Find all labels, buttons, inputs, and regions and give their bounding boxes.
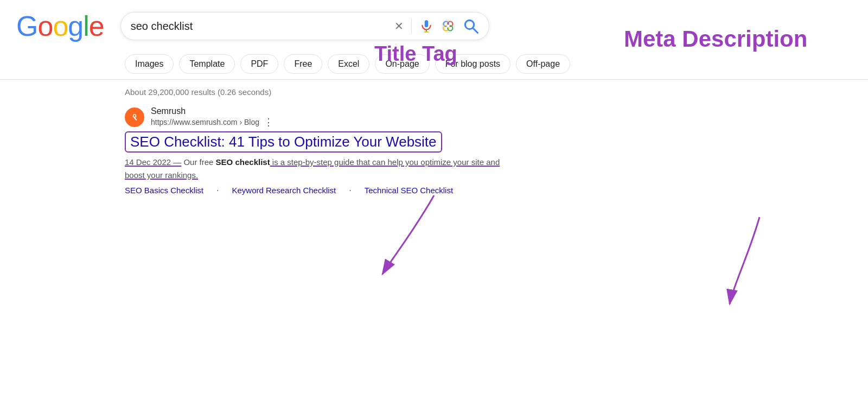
chip-excel[interactable]: Excel [328, 54, 369, 74]
result-card: Semrush https://www.semrush.com › Blog ⋮… [125, 106, 515, 195]
result-desc-main: is a step-by-step guide that can help yo… [125, 157, 500, 180]
svg-point-8 [446, 24, 450, 28]
title-tag-arrow [380, 190, 488, 277]
results-count: About 29,200,000 results (0.26 seconds) [125, 87, 852, 97]
result-title-link[interactable]: SEO Checklist: 41 Tips to Optimize Your … [130, 134, 437, 150]
result-desc-bold: SEO checklist [216, 157, 270, 167]
logo-letter-g: G [16, 10, 37, 42]
chip-free[interactable]: Free [284, 54, 322, 74]
meta-description-annotation: Meta Description [624, 26, 807, 52]
sitelink-dot-1: · [216, 186, 219, 195]
logo-letter-e: e [89, 10, 104, 42]
search-input[interactable] [131, 20, 389, 33]
chip-pdf[interactable]: PDF [240, 54, 278, 74]
title-tag-annotation: Title Tag [374, 42, 457, 66]
chip-template[interactable]: Template [179, 54, 235, 74]
search-bar-divider [411, 18, 412, 34]
site-row: Semrush https://www.semrush.com › Blog ⋮ [125, 106, 515, 128]
sitelink-keyword[interactable]: Keyword Research Checklist [232, 186, 336, 195]
result-options-icon[interactable]: ⋮ [264, 116, 273, 128]
logo-letter-o2: o [53, 10, 68, 42]
site-name: Semrush [151, 106, 273, 116]
lens-search-icon[interactable] [441, 19, 455, 33]
search-bar-icons: ✕ [394, 18, 479, 34]
results-area: About 29,200,000 results (0.26 seconds) … [0, 80, 868, 203]
chip-off-page[interactable]: Off-page [516, 54, 570, 74]
logo-letter-g2: g [68, 10, 83, 42]
chip-images[interactable]: Images [125, 54, 174, 74]
sitelink-basics[interactable]: SEO Basics Checklist [125, 186, 203, 195]
svg-line-10 [473, 28, 477, 33]
result-desc-prefix: Our free [183, 157, 215, 167]
site-info: Semrush https://www.semrush.com › Blog ⋮ [151, 106, 273, 128]
site-favicon [125, 107, 144, 127]
result-description: 14 Dec 2022 — Our free SEO checklist is … [125, 156, 505, 181]
logo-letter-l: l [83, 10, 89, 42]
svg-point-13 [133, 115, 135, 117]
logo-letter-o1: o [37, 10, 53, 42]
search-bar[interactable]: ✕ [120, 12, 489, 40]
voice-search-icon[interactable] [419, 19, 433, 33]
meta-description-arrow [727, 212, 792, 309]
result-desc-date: 14 Dec 2022 — [125, 157, 181, 167]
result-title-wrapper: SEO Checklist: 41 Tips to Optimize Your … [125, 131, 442, 153]
search-submit-icon[interactable] [463, 18, 479, 34]
site-url-row: https://www.semrush.com › Blog ⋮ [151, 116, 273, 128]
svg-rect-0 [424, 20, 428, 27]
google-logo: Google [16, 10, 104, 42]
sitelink-dot-2: · [349, 186, 351, 195]
site-url: https://www.semrush.com › Blog [151, 118, 259, 126]
semrush-favicon-icon [129, 112, 140, 123]
clear-icon[interactable]: ✕ [394, 20, 404, 33]
